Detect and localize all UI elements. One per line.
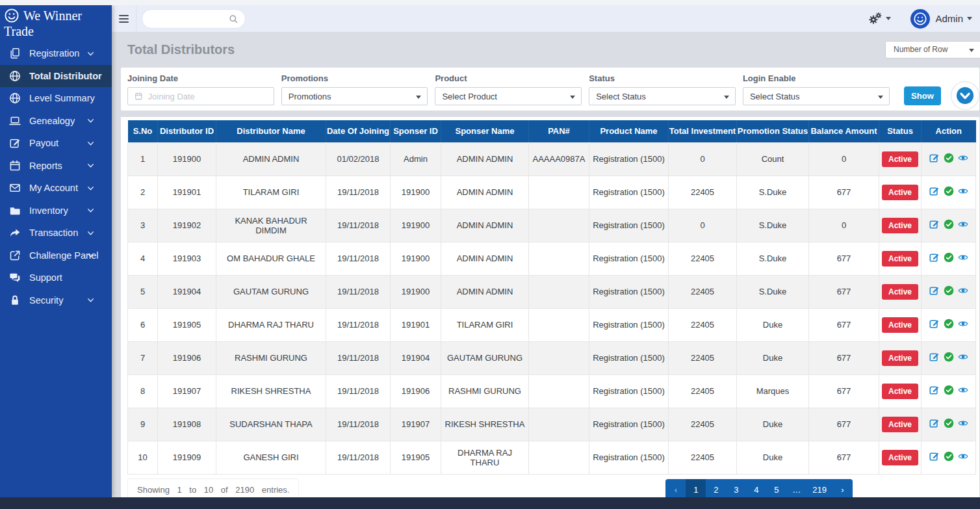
cell-distributor-name: RIKESH SHRESTHA [216,374,326,408]
cell-promotion-status: Marques [737,374,809,408]
product-select[interactable]: Select Product [435,87,582,105]
edit-icon[interactable] [929,319,940,329]
sidebar-item-support[interactable]: Support [0,267,112,289]
edit-icon[interactable] [929,418,940,428]
table-row: 8191907RIKESH SHRESTHA19/11/2018191906RA… [128,374,976,408]
sidebar-item-inventory[interactable]: Inventory [0,200,112,222]
check-circle-icon[interactable] [944,319,954,329]
status-badge[interactable]: Active [882,284,918,300]
eye-icon[interactable] [958,219,968,229]
check-circle-icon[interactable] [944,451,954,462]
avatar[interactable] [910,9,930,29]
eye-icon[interactable] [958,451,968,462]
cell-distributor-name: DHARMA RAJ THARU [216,308,326,341]
edit-icon[interactable] [929,252,940,263]
status-badge[interactable]: Active [882,350,918,366]
cell-sponser-name: ADMIN ADMIN [441,209,529,242]
cell-distributor-name: OM BAHADUR GHALE [216,242,326,275]
cell-date-of-joining: 19/11/2018 [326,374,391,408]
eye-icon[interactable] [958,352,968,362]
cell-pan [529,308,589,341]
cell-sponser-id: 191900 [391,209,441,242]
cell-sponser-id: 191907 [391,408,441,441]
cell-product-name: Registration (1500) [589,308,669,341]
cell-sno: 9 [128,408,158,441]
check-circle-icon[interactable] [944,385,954,395]
status-badge[interactable]: Active [882,417,918,432]
cell-action [922,176,976,209]
admin-dropdown[interactable]: Admin [935,13,972,24]
status-badge[interactable]: Active [882,185,918,200]
sidebar-item-label: Support [29,272,62,283]
cell-status: Active [879,341,922,374]
column-header-promotion-status: Promotion Status [737,120,809,142]
sidebar-item-registration[interactable]: Registration [0,42,112,65]
show-button[interactable]: Show [904,86,942,105]
status-badge[interactable]: Active [882,218,918,233]
status-select[interactable]: Select Status [589,87,736,105]
edit-icon[interactable] [929,219,940,229]
cell-promotion-status: S.Duke [737,242,809,275]
eye-icon[interactable] [958,252,968,263]
table-row: 9191908SUDARSHAN THAPA19/11/2018191907RI… [128,408,976,441]
edit-icon[interactable] [929,153,940,163]
cell-distributor-name: GAUTAM GURUNG [216,275,326,308]
sidebar-item-level-summary[interactable]: Level Summary [0,87,112,110]
sidebar-item-challenge-panel[interactable]: Challenge Panel [0,244,112,267]
sidebar-item-payout[interactable]: Payout [0,132,112,155]
smiley-avatar-icon [913,12,927,26]
eye-icon[interactable] [958,153,968,163]
eye-icon[interactable] [958,385,968,395]
column-header-date-of-joining: Date Of Joining [326,120,391,142]
check-circle-icon[interactable] [944,252,954,263]
check-circle-icon[interactable] [944,418,954,428]
status-badge[interactable]: Active [882,151,918,167]
login-enable-label: Login Enable [743,73,890,83]
settings-dropdown[interactable] [868,12,891,25]
number-of-row-select[interactable]: Number of Row [885,41,980,59]
check-circle-icon[interactable] [944,352,954,362]
check-circle-icon[interactable] [944,219,954,229]
brand[interactable]: We Winner Trade [0,5,112,41]
edit-icon[interactable] [929,451,940,462]
cell-status: Active [879,408,922,441]
search-box [142,9,246,29]
collapse-filters-button[interactable] [951,81,979,110]
edit-icon[interactable] [929,352,940,362]
pencil-square-icon [9,137,21,149]
promotions-select[interactable]: Promotions [281,87,428,105]
check-circle-icon[interactable] [944,153,954,163]
eye-icon[interactable] [958,285,968,296]
eye-icon[interactable] [958,186,968,196]
status-badge[interactable]: Active [882,384,918,399]
eye-icon[interactable] [958,319,968,329]
check-circle-icon[interactable] [944,285,954,296]
sidebar-item-genealogy[interactable]: Genealogy [0,110,112,133]
cell-distributor-id: 191907 [158,374,216,408]
cell-pan [529,176,589,209]
check-circle-icon[interactable] [944,186,954,196]
joining-date-input[interactable] [148,92,267,101]
login-enable-select[interactable]: Select Status [743,87,890,105]
sidebar-item-security[interactable]: Security [0,289,112,312]
status-badge[interactable]: Active [882,251,918,267]
caret-down-icon [570,96,575,99]
sidebar-item-total-distributor[interactable]: Total Distributor [0,65,112,88]
table-row: 10191909GANESH GIRI19/11/2018191905DHARM… [128,441,976,474]
cell-date-of-joining: 19/11/2018 [326,408,391,441]
status-badge[interactable]: Active [882,317,918,333]
cell-sno: 6 [128,308,158,341]
cell-pan: AAAAA0987A [529,142,589,176]
sidebar-item-reports[interactable]: Reports [0,155,112,177]
cell-distributor-id: 191906 [158,341,216,374]
filter-promotions: Promotions Promotions [281,73,428,111]
eye-icon[interactable] [958,418,968,428]
sidebar-item-my-account[interactable]: My Account [0,177,112,200]
edit-icon[interactable] [929,385,940,395]
edit-icon[interactable] [929,285,940,296]
edit-icon[interactable] [929,186,940,196]
hamburger-button[interactable] [112,5,136,32]
sidebar-item-transaction[interactable]: Transaction [0,222,112,244]
login-enable-value: Select Status [750,92,800,101]
status-badge[interactable]: Active [882,450,918,465]
